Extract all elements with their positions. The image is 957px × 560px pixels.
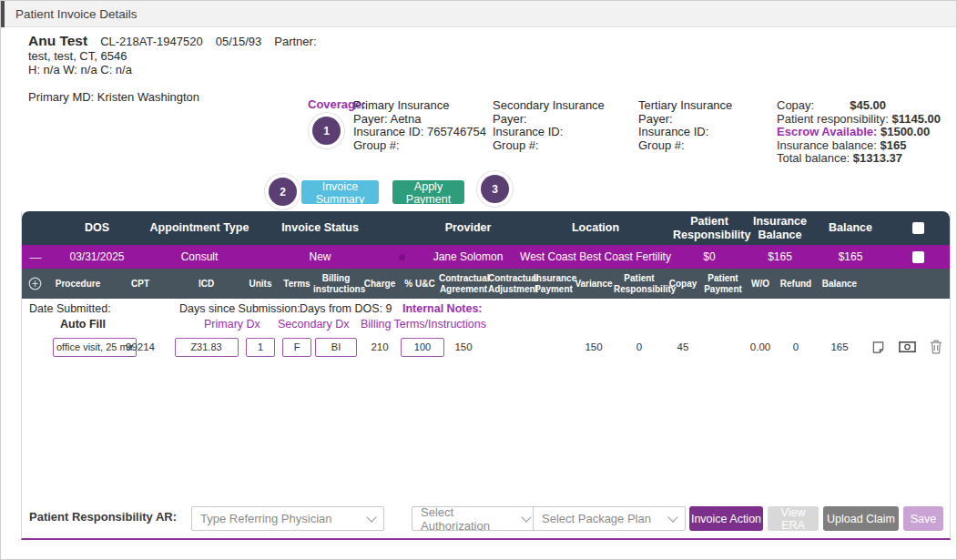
patient-invoice-details-window: Patient Invoice Details Anu Test CL-218A… [0, 0, 957, 560]
step-badge-3: 3 [481, 175, 509, 203]
invoice-footer-bar: Patient Responsibility AR: Type Referrin… [22, 498, 950, 538]
invoice-summary-button[interactable]: Invoice Summary [301, 180, 379, 204]
invoice-table: DOS Appointment Type Invoice Status Prov… [21, 211, 951, 540]
subheader-patient-payment: Patient Payment [701, 273, 745, 295]
tertiary-insurance-block: Tertiary Insurance Payer: Insurance ID: … [638, 99, 732, 152]
tertiary-insurance-id: Insurance ID: [638, 126, 732, 139]
billing-instructions-input[interactable] [315, 338, 357, 357]
subheader-procedure: Procedure [47, 279, 108, 290]
secondary-dx-link[interactable]: Secondary Dx [278, 318, 350, 331]
copay-value-cell: 45 [665, 341, 701, 352]
primary-dx-link[interactable]: Primary Dx [204, 318, 260, 331]
status-dot-icon [399, 254, 405, 260]
row-balance: $165 [814, 250, 887, 263]
submission-meta: Date Submitted: Days since Submission: D… [22, 299, 950, 333]
referring-physician-select[interactable]: Type Referring Physician [191, 506, 384, 531]
subheader-refund: Refund [776, 279, 816, 290]
row-invoice-status: New [254, 250, 386, 263]
patient-responsibility-value: $1145.00 [891, 112, 941, 126]
internal-notes-link[interactable]: Internal Notes: [402, 302, 483, 315]
patient-responsibility-ar-label: Patient Responsibility AR: [29, 510, 177, 524]
subheader-uc-percent: % U&C [401, 279, 439, 290]
header-provider: Provider [418, 221, 518, 234]
financial-summary: Copay: $45.00 Patient responsibility: $1… [777, 99, 933, 166]
upload-claim-button[interactable]: Upload Claim [823, 506, 899, 531]
subheader-units: Units [240, 279, 280, 290]
copay-value: $45.00 [850, 99, 886, 113]
primary-insurance-id: Insurance ID: 765746754 [353, 126, 486, 139]
auto-fill-button[interactable]: Auto Fill [60, 318, 106, 331]
primary-insurance-title: Primary Insurance [353, 99, 486, 113]
subheader-cpt: CPT [108, 279, 172, 290]
header-patient-responsibility: Patient Responsibility [673, 215, 746, 241]
save-button[interactable]: Save [903, 506, 943, 531]
package-plan-select[interactable]: Select Package Plan [533, 506, 686, 531]
primary-group: Group #: [353, 139, 486, 153]
total-balance-value: $1313.37 [853, 151, 902, 165]
line-item-subheader: Procedure CPT ICD Units Terms Billing in… [22, 269, 950, 299]
secondary-group: Group #: [493, 139, 605, 153]
delete-icon[interactable] [930, 340, 942, 354]
authorization-select[interactable]: Select Authorization [412, 506, 539, 531]
secondary-insurance-title: Secondary Insurance [493, 99, 605, 113]
row-provider: Jane Solomon [418, 250, 518, 263]
select-all-checkbox[interactable] [912, 222, 924, 234]
patient-responsibility-label: Patient responsibility: [777, 112, 889, 126]
tertiary-payer: Payer: [638, 113, 732, 127]
secondary-payer: Payer: [493, 113, 605, 127]
chevron-down-icon [521, 512, 531, 522]
patient-dob: 05/15/93 [216, 35, 262, 49]
header-balance: Balance [814, 221, 887, 234]
total-balance-label: Total balance: [777, 151, 850, 165]
subheader-contractual-agreement: Contractual Agreement [439, 273, 488, 295]
icd-input[interactable] [175, 338, 239, 357]
apply-payment-button[interactable]: Apply Payment [392, 180, 464, 204]
subheader-icd: ICD [172, 279, 240, 290]
terms-input[interactable] [282, 338, 311, 357]
copay-label: Copay: [777, 99, 814, 113]
collapse-row-icon[interactable]: — [22, 250, 49, 264]
date-submitted-label: Date Submitted: [29, 302, 111, 315]
row-select-checkbox[interactable] [912, 251, 924, 263]
wo-value: 0.00 [745, 341, 776, 352]
subheader-wo: W/O [745, 279, 776, 290]
subheader-variance: Variance [574, 279, 614, 290]
note-icon[interactable] [871, 341, 885, 354]
balance-value: 165 [816, 341, 863, 352]
add-line-item-icon[interactable] [22, 277, 47, 290]
subheader-billing-instructions: Billing instructions [313, 273, 359, 295]
payment-icon[interactable] [899, 341, 916, 353]
billing-terms-link[interactable]: Billing Terms/Instructions [361, 318, 486, 331]
step-badge-1: 1 [312, 117, 341, 145]
patient-address: test, test, CT, 6546 [28, 49, 317, 64]
patient-id: CL-218AT-1947520 [100, 35, 203, 49]
variance-value: 150 [574, 341, 614, 352]
subheader-insurance-payment: Insurance Payment [534, 273, 574, 295]
invoice-action-button[interactable]: Invoice Action [689, 506, 763, 531]
insurance-balance-label: Insurance balance: [777, 138, 877, 152]
subheader-contractual-adjustment: Contractual Adjustment [488, 273, 534, 295]
patient-responsibility-value: 0 [614, 341, 665, 352]
titlebar-accent [1, 1, 5, 27]
primary-payer: Payer: Aetna [353, 113, 486, 127]
patient-phones: H: n/a W: n/a C: n/a [28, 63, 317, 77]
days-from-dos: Days from DOS: 9 [300, 302, 392, 315]
row-dos: 03/31/2025 [49, 250, 145, 263]
invoice-row[interactable]: — 03/31/2025 Consult New Jane Solomon We… [22, 245, 950, 269]
subheader-charge: Charge [359, 279, 401, 290]
uc-percent-input[interactable] [401, 338, 444, 357]
subheader-patient-responsibility: Patient Responsibility [614, 273, 665, 295]
tertiary-insurance-title: Tertiary Insurance [638, 99, 732, 113]
subheader-terms: Terms [280, 279, 313, 290]
units-input[interactable] [246, 338, 275, 357]
step-badge-2: 2 [269, 178, 297, 206]
view-era-button[interactable]: View ERA [768, 506, 819, 531]
insurance-balance-value: $165 [880, 138, 906, 152]
charge-value: 210 [359, 341, 401, 352]
row-appointment-type: Consult [145, 250, 254, 263]
escrow-available-value: $1500.00 [881, 125, 930, 138]
header-dos: DOS [49, 221, 145, 234]
header-insurance-balance: Insurance Balance [746, 215, 814, 241]
header-appointment-type: Appointment Type [145, 221, 254, 234]
escrow-available-label: Escrow Available: [777, 125, 877, 138]
